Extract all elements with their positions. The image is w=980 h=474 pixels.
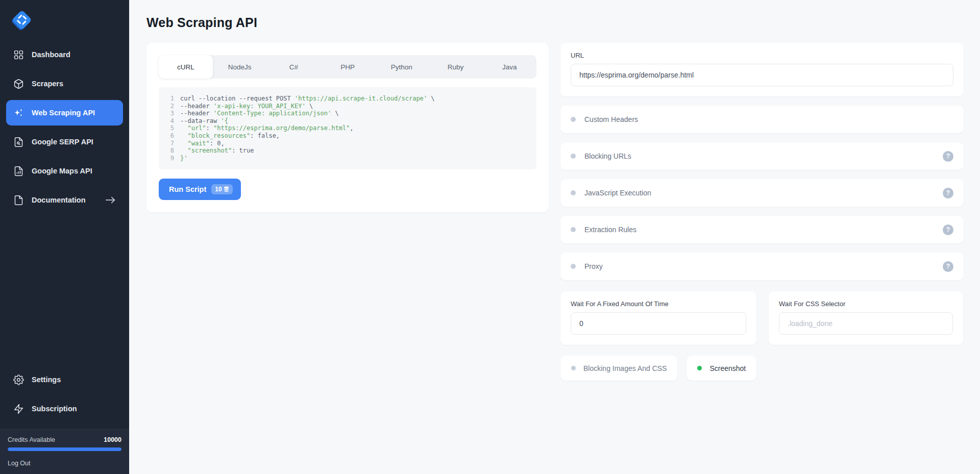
code-line: 5 "url": "https://esprima.org/demo/parse… [167,124,528,132]
code-segment: 'x-api-key: YOUR_API_KEY' [213,103,306,110]
toggle-label: Blocking Images And CSS [583,364,667,372]
option-row-javascript-execution[interactable]: JavaScript Execution? [560,179,964,207]
line-number: 5 [167,124,174,132]
code-line: 9}' [167,155,528,162]
code-segment: : [232,147,239,155]
sparkles-icon [13,108,24,118]
help-icon[interactable]: ? [943,188,953,198]
tab-java[interactable]: Java [482,55,536,79]
bolt-icon [13,404,24,414]
code-segment [180,147,187,155]
code-segment: 0 [217,140,220,147]
code-line: 8 "screenshot": true [167,147,528,155]
url-label: URL [571,52,953,59]
logout-link[interactable]: Log Out [8,460,121,467]
sidebar-item-label: Google Maps API [32,167,92,175]
help-icon[interactable]: ? [943,151,953,162]
line-number: 1 [167,95,174,103]
sidebar-item-scrapers[interactable]: Scrapers [6,71,123,96]
code-line: 6 "block_resources": false, [167,132,528,140]
arrow-right-icon [105,196,116,204]
option-row-blocking-urls[interactable]: Blocking URLs? [560,142,964,170]
wait-time-input[interactable] [571,312,746,335]
tab-python[interactable]: Python [375,55,429,79]
credits-panel: Credits Available 10000 Log Out [0,429,129,474]
sidebar-item-documentation[interactable]: Documentation [6,187,123,213]
tab-php[interactable]: PHP [321,55,375,79]
code-segment: , [221,140,225,147]
line-number: 4 [167,117,174,125]
toggle-label: Screenshot [709,364,746,372]
code-segment: \ [427,95,434,103]
code-line: 1curl --location --request POST 'https:/… [167,95,528,103]
run-script-button[interactable]: Run Script 10 [159,179,241,200]
tab-c[interactable]: C# [266,55,321,79]
toggle-status-dot [571,154,576,159]
line-number: 2 [167,103,174,110]
option-row-custom-headers[interactable]: Custom Headers [560,106,964,133]
sidebar-item-label: Subscription [32,405,77,413]
code-segment: --header [180,103,213,110]
code-segment: "https://esprima.org/demo/parse.html" [213,124,350,132]
css-selector-label: Wait For CSS Selector [779,300,953,308]
app-root: DashboardScrapersWeb Scraping APIGoogle … [0,0,980,474]
css-selector-input[interactable] [779,312,953,335]
code-line: 4--data-raw '{ [167,117,528,125]
sidebar-item-label: Google SERP API [32,138,93,146]
sidebar-item-label: Web Scraping API [32,109,95,117]
code-segment: 'https://api.scrape-it.cloud/scrape' [295,95,427,103]
code-block: 1curl --location --request POST 'https:/… [159,87,536,169]
code-segment: }' [180,155,187,162]
language-tabs: cURLNodeJsC#PHPPythonRubyJava [159,55,536,79]
option-rows: Custom HeadersBlocking URLs?JavaScript E… [560,106,964,280]
code-segment: 'Content-Type: application/json' [213,110,331,117]
toggle-status-dot [571,366,576,370]
option-label: JavaScript Execution [584,189,943,197]
sidebar-item-label: Scrapers [32,80,63,88]
credits-label: Credits Available [8,436,55,443]
sidebar-item-dashboard[interactable]: Dashboard [6,42,123,67]
sidebar-item-subscription[interactable]: Subscription [6,396,123,421]
sidebar-item-web-scraping-api[interactable]: Web Scraping API [6,100,123,126]
tab-curl[interactable]: cURL [159,55,213,79]
main-content: Web Scraping API cURLNodeJsC#PHPPythonRu… [129,0,980,474]
code-segment: \ [331,110,338,117]
sidebar-item-google-maps-api[interactable]: Google Maps API [6,158,123,184]
code-segment: "wait" [187,140,209,147]
tab-nodejs[interactable]: NodeJs [213,55,267,79]
option-row-extraction-rules[interactable]: Extraction Rules? [560,216,964,243]
sidebar-item-settings[interactable]: Settings [6,367,123,392]
code-panel: cURLNodeJsC#PHPPythonRubyJava 1curl --lo… [146,43,549,212]
app-logo[interactable] [0,0,129,39]
code-line: 2--header 'x-api-key: YOUR_API_KEY' \ [167,103,528,110]
url-input[interactable] [571,64,953,86]
toggle-screenshot[interactable]: Screenshot [687,356,756,381]
sidebar-bottom-nav: SettingsSubscription [0,364,129,429]
logo-icon [10,8,34,32]
line-number: 3 [167,110,174,117]
cube-icon [13,79,24,89]
coins-icon [224,186,229,193]
toggle-status-dot [571,190,576,195]
credits-value: 10000 [104,436,121,443]
code-segment [180,140,187,147]
code-segment: "url" [187,124,206,132]
toggle-status-dot [697,366,702,370]
sidebar-item-google-serp-api[interactable]: Google SERP API [6,129,123,155]
tab-ruby[interactable]: Ruby [429,55,483,79]
option-row-proxy[interactable]: Proxy? [560,253,964,280]
line-number: 9 [167,155,174,162]
code-segment: curl --location --request POST [180,95,295,103]
help-icon[interactable]: ? [943,224,953,235]
code-segment: , [276,132,280,140]
code-segment: '{ [220,117,228,125]
doc-search-icon [13,137,24,147]
sidebar-item-label: Documentation [32,196,86,204]
bottom-toggles: Blocking Images And CSSScreenshot [560,356,964,381]
sidebar-item-label: Dashboard [32,51,70,59]
help-icon[interactable]: ? [943,261,953,272]
code-segment: : [210,140,217,147]
credits-progress-fill [8,447,121,451]
sidebar-nav: DashboardScrapersWeb Scraping APIGoogle … [0,39,129,216]
toggle-blocking-images-and-css[interactable]: Blocking Images And CSS [560,356,677,381]
